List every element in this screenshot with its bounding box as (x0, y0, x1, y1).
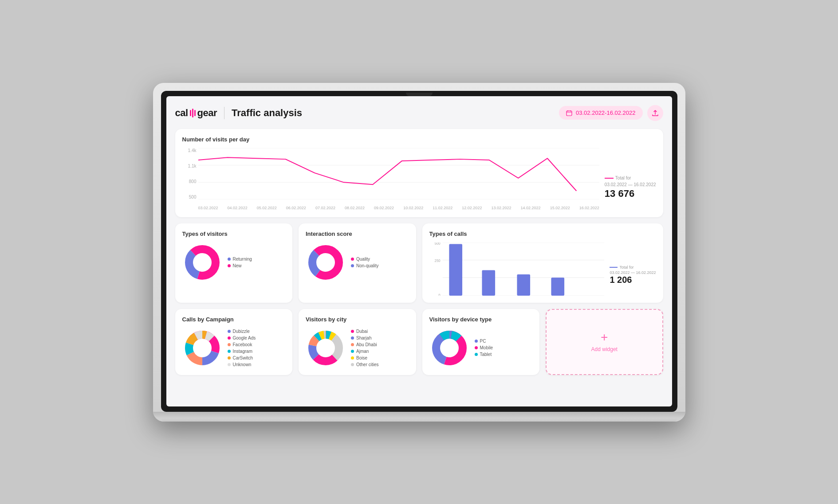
device-legend: PC Mobile Tablet (475, 339, 493, 357)
legend-label: Quality (356, 257, 370, 262)
interaction-legend: Quality Non-quality (351, 257, 379, 268)
legend-item: CarSwitch (228, 356, 256, 360)
laptop-bottom (153, 412, 685, 418)
y-label-2: 1.1k (188, 164, 197, 168)
date-range-button[interactable]: 03.02.2022-16.02.2022 (559, 106, 642, 120)
legend-line-indicator (605, 178, 614, 179)
svg-point-13 (317, 254, 334, 271)
calls-bar-area: 500 250 0 VPBX Call (429, 242, 605, 296)
legend-item: Tablet (475, 352, 493, 357)
campaign-card: Calls by Campaign (175, 309, 293, 375)
device-donut (429, 328, 469, 368)
legend-label: Boise (356, 356, 367, 360)
legend-label: Tablet (480, 352, 492, 357)
legend-item: Boise (351, 356, 379, 360)
svg-text:0: 0 (438, 293, 440, 295)
logo-bar-3 (194, 110, 196, 116)
legend-item: Google Ads (228, 336, 256, 340)
legend-item: Sharjah (351, 336, 379, 340)
legend-item: PC (475, 339, 493, 344)
legend-label: Instagram (233, 349, 252, 354)
city-legend: Dubai Sharjah Abu Dhabi (351, 329, 379, 367)
header-left: cal gear Traffic analysis (175, 107, 303, 119)
legend-label: New (233, 263, 242, 268)
x-label: 15.02.2022 (550, 206, 570, 210)
x-label: 04.02.2022 (228, 206, 248, 210)
logo-bar-2 (192, 109, 193, 117)
x-axis: 03.02.2022 04.02.2022 05.02.2022 06.02.2… (198, 199, 599, 210)
line-chart-card: Number of visits per day 1.4k 1.1k 800 5… (175, 129, 663, 217)
x-label: 05.02.2022 (257, 206, 277, 210)
city-card: Visitors by city (299, 309, 416, 375)
legend-dot (228, 336, 231, 340)
legend-dot (228, 264, 231, 267)
page-title: Traffic analysis (232, 107, 302, 119)
logo-bars (190, 109, 196, 117)
legend-label: Dubizzle (233, 329, 250, 334)
legend-line-text: Total for (615, 176, 631, 180)
add-widget-label: Add widget (591, 346, 618, 352)
date-range-label: 03.02.2022-16.02.2022 (576, 109, 635, 116)
legend-dot (351, 343, 354, 346)
legend-label: Abu Dhabi (356, 342, 377, 347)
legend-dot (351, 336, 354, 340)
y-axis: 1.4k 1.1k 800 500 (182, 148, 197, 199)
interaction-card: Interaction score (299, 223, 416, 303)
legend-item: Ajman (351, 349, 379, 354)
legend-dot (351, 363, 354, 366)
calls-legend-text-2: 03.02.2022 — 16.02.2022 (610, 270, 656, 275)
x-label: 07.02.2022 (315, 206, 335, 210)
device-card: Visitors by device type (422, 309, 540, 375)
legend-item: Instagram (228, 349, 256, 354)
visitors-legend: Returning New (228, 257, 252, 268)
legend-item: Dubizzle (228, 329, 256, 334)
legend-item: Quality (351, 257, 379, 262)
legend-label: Mobile (480, 345, 493, 350)
legend-label: Other cities (356, 362, 379, 367)
legend-row: Total for (610, 265, 633, 270)
line-chart-area: 1.4k 1.1k 800 500 (182, 148, 599, 210)
x-label: 16.02.2022 (579, 206, 599, 210)
legend-item: Unknown (228, 362, 256, 367)
upload-button[interactable] (647, 105, 663, 121)
legend-item: Mobile (475, 345, 493, 350)
legend-dot (228, 350, 231, 353)
city-title: Visitors by city (306, 316, 409, 323)
city-donut-row: Dubai Sharjah Abu Dhabi (306, 328, 409, 368)
legend-dot (351, 330, 354, 333)
svg-rect-24 (551, 277, 564, 296)
app-header: cal gear Traffic analysis (175, 105, 663, 121)
legend-dot (228, 258, 231, 261)
legend-dot (351, 258, 354, 261)
x-label: 10.02.2022 (403, 206, 423, 210)
visitors-donut-row: Returning New (182, 242, 286, 282)
legend-dot (228, 356, 231, 359)
legend-dot (475, 340, 478, 343)
legend-dot (228, 363, 231, 366)
campaign-donut-row: Dubizzle Google Ads Facebook (182, 328, 286, 368)
svg-rect-21 (449, 244, 462, 295)
x-label: 09.02.2022 (374, 206, 394, 210)
legend-dot (228, 343, 231, 346)
svg-point-44 (317, 339, 334, 357)
campaign-title: Calls by Campaign (182, 316, 286, 323)
legend-item: Facebook (228, 342, 256, 347)
svg-text:500: 500 (434, 242, 440, 246)
legend-label: Facebook (233, 342, 252, 347)
x-label: 08.02.2022 (345, 206, 365, 210)
legend-item: Abu Dhabi (351, 342, 379, 347)
y-label-1: 1.4k (188, 148, 197, 153)
x-label: 03.02.2022 (198, 206, 218, 210)
interaction-donut (306, 242, 346, 282)
middle-row: Types of visitors (175, 223, 663, 303)
svg-text:250: 250 (434, 258, 440, 263)
line-chart-title: Number of visits per day (182, 136, 656, 143)
legend-label: Returning (233, 257, 252, 262)
x-label: 12.02.2022 (462, 206, 482, 210)
add-widget-card[interactable]: + Add widget (546, 309, 663, 375)
logo-bar-1 (190, 110, 191, 116)
legend-dot (228, 330, 231, 333)
legend-item: Other cities (351, 362, 379, 367)
y-label-4: 500 (189, 195, 197, 199)
legend-label: Non-quality (356, 263, 379, 268)
